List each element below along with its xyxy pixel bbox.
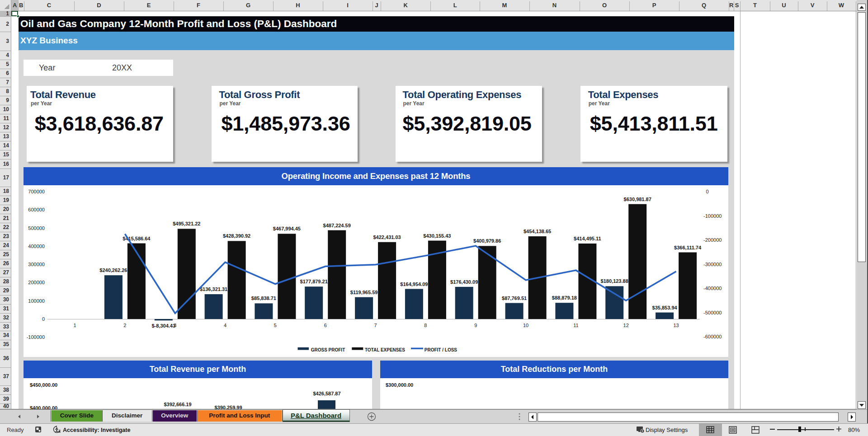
svg-text:$450,000.00: $450,000.00 [30,382,57,388]
svg-text:$300,000.00: $300,000.00 [386,382,413,388]
svg-text:$392,666.19: $392,666.19 [164,402,191,407]
svg-text:$426,587.87: $426,587.87 [313,391,340,396]
